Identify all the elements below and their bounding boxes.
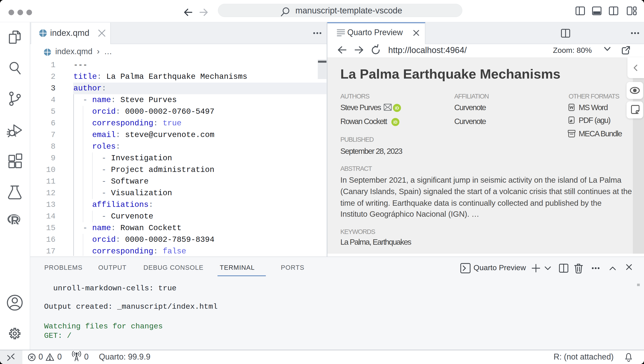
svg-text:R: R <box>11 214 19 227</box>
svg-text:iD: iD <box>395 106 399 110</box>
svg-text:iD: iD <box>394 120 398 125</box>
